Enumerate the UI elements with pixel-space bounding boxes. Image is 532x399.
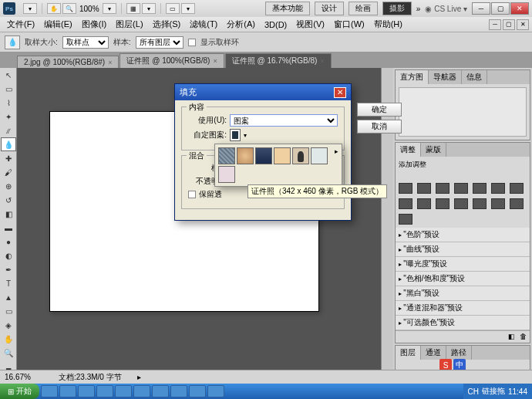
panel-tab-info[interactable]: 信息	[462, 70, 487, 84]
mbtn-extras[interactable]: ▾	[142, 3, 156, 14]
pattern-swatch-button[interactable]	[230, 129, 241, 141]
zoom-tool[interactable]: 🔍	[1, 346, 16, 360]
panel-tab-histogram[interactable]: 直方图	[396, 70, 429, 84]
adj-trash-icon[interactable]: 🗑	[520, 333, 527, 341]
blur-tool[interactable]: ●	[1, 235, 16, 249]
panel-tab-masks[interactable]: 蒙版	[421, 143, 446, 157]
panel-tab-navigator[interactable]: 导航器	[429, 70, 462, 84]
pattern-thumb-2[interactable]	[255, 147, 272, 164]
move-tool[interactable]: ↖	[1, 68, 16, 82]
menu-window[interactable]: 窗口(W)	[330, 18, 369, 31]
adj-gradient-map-icon[interactable]	[510, 198, 524, 209]
start-button[interactable]: ⊞ 开始	[0, 384, 39, 399]
mbtn-arrange[interactable]: ▭	[166, 3, 180, 14]
adj-selective-icon[interactable]	[399, 214, 412, 225]
hand-tool[interactable]: ✋	[1, 332, 16, 346]
sample-layers-select[interactable]: 所有图层	[136, 36, 184, 49]
adj-levels-icon[interactable]	[417, 183, 431, 194]
close-icon[interactable]: ×	[108, 59, 112, 66]
mbtn-zoom[interactable]: 🔍	[62, 3, 76, 14]
menu-image[interactable]: 图像(I)	[78, 18, 110, 31]
dodge-tool[interactable]: ◐	[1, 249, 16, 262]
workspace-painting[interactable]: 绘画	[348, 2, 378, 15]
doc-tab-1[interactable]: 证件照 @ 100%(RGB/8)×	[120, 53, 224, 68]
close-icon[interactable]: ×	[320, 57, 324, 65]
adj-brightness-icon[interactable]	[399, 183, 412, 194]
workspace-design[interactable]: 设计	[315, 2, 344, 15]
ok-button[interactable]: 确定	[357, 103, 402, 117]
preset-curves[interactable]: "曲线"预设	[396, 242, 530, 257]
pattern-thumb-6[interactable]	[218, 166, 235, 183]
close-icon[interactable]: ×	[213, 57, 217, 65]
gradient-tool[interactable]: ▬	[1, 221, 16, 235]
tray-lang[interactable]: CH	[468, 387, 479, 396]
doc-restore-button[interactable]: ▢	[503, 19, 515, 30]
pen-tool[interactable]: ✒	[1, 262, 16, 276]
window-close-button[interactable]: ✕	[510, 2, 529, 15]
pattern-flyout-icon[interactable]: ▸	[335, 147, 338, 155]
show-ring-checkbox[interactable]	[188, 39, 196, 46]
taskbar-item[interactable]	[41, 385, 58, 397]
adj-balance-icon[interactable]	[510, 183, 524, 194]
menu-file[interactable]: 文件(F)	[3, 18, 39, 31]
preset-exposure[interactable]: "曝光度"预设	[396, 257, 530, 272]
adj-bw-icon[interactable]	[399, 198, 412, 209]
taskbar-item[interactable]	[207, 385, 224, 397]
chevron-down-icon[interactable]: ▾	[244, 132, 247, 139]
taskbar-item[interactable]	[133, 385, 150, 397]
menu-layer[interactable]: 图层(L)	[112, 18, 146, 31]
pattern-thumb-1[interactable]	[237, 147, 254, 164]
menu-analysis[interactable]: 分析(A)	[223, 18, 259, 31]
cancel-button[interactable]: 取消	[357, 120, 402, 134]
preset-levels[interactable]: "色阶"预设	[396, 228, 530, 242]
eyedropper-tool[interactable]: 💧	[1, 137, 16, 151]
taskbar-item[interactable]	[78, 385, 95, 397]
cslive-button[interactable]: ◉ CS Live ▾	[425, 5, 467, 13]
history-brush-tool[interactable]: ↺	[1, 193, 16, 207]
type-tool[interactable]: T	[1, 276, 16, 290]
panel-tab-layers[interactable]: 图层	[396, 346, 421, 360]
adj-posterize-icon[interactable]	[473, 198, 487, 209]
preset-bw[interactable]: "黑白"预设	[396, 286, 530, 301]
heal-tool[interactable]: ✚	[1, 151, 16, 165]
preset-mixer[interactable]: "通道混和器"预设	[396, 301, 530, 316]
mbtn-menu[interactable]: ▾	[23, 3, 37, 14]
window-maximize-button[interactable]: ▢	[491, 2, 510, 15]
doc-close-button[interactable]: ✕	[517, 19, 529, 30]
window-minimize-button[interactable]: ─	[472, 2, 490, 15]
adj-exposure-icon[interactable]	[454, 183, 468, 194]
mbtn-zoom-dd[interactable]: ▾	[103, 3, 116, 14]
menu-edit[interactable]: 编辑(E)	[40, 18, 76, 31]
menu-filter[interactable]: 滤镜(T)	[186, 18, 221, 31]
workspace-photography[interactable]: 摄影	[382, 2, 412, 15]
marquee-tool[interactable]: ▭	[1, 82, 16, 96]
taskbar-item[interactable]	[115, 385, 132, 397]
crop-tool[interactable]: ⫽	[1, 123, 16, 137]
use-select[interactable]: 图案	[230, 114, 338, 127]
pattern-thumb-0[interactable]	[218, 147, 235, 164]
dialog-close-button[interactable]: ✕	[334, 87, 346, 98]
panel-tab-adjustments[interactable]: 调整	[396, 143, 421, 157]
brush-tool[interactable]: 🖌	[1, 165, 16, 179]
path-select-tool[interactable]: ▲	[1, 290, 16, 304]
menu-help[interactable]: 帮助(H)	[370, 18, 406, 31]
preset-selective[interactable]: "可选颜色"预设	[396, 316, 530, 330]
workspace-essentials[interactable]: 基本功能	[265, 2, 310, 15]
adj-photo-filter-icon[interactable]	[417, 198, 431, 209]
tray-linkdrag[interactable]: 链接拖	[482, 386, 505, 397]
eraser-tool[interactable]: ◧	[1, 207, 16, 221]
preserve-checkbox[interactable]	[188, 191, 196, 198]
sample-size-select[interactable]: 取样点	[62, 36, 109, 49]
pattern-thumb-5[interactable]	[311, 147, 328, 164]
taskbar-item[interactable]	[152, 385, 169, 397]
preset-hue[interactable]: "色相/饱和度"预设	[396, 272, 530, 286]
panel-tab-paths[interactable]: 路径	[446, 346, 472, 360]
pattern-thumb-4[interactable]	[292, 147, 309, 164]
adj-vibrance-icon[interactable]	[473, 183, 487, 194]
3d-tool[interactable]: ◈	[1, 318, 16, 332]
doc-tab-2[interactable]: 证件照 @ 16.7%(RGB/8)×	[225, 53, 332, 68]
adj-hue-icon[interactable]	[491, 183, 505, 194]
adj-curves-icon[interactable]	[436, 183, 450, 194]
adj-mixer-icon[interactable]	[436, 198, 450, 209]
adj-clip-icon[interactable]: ◧	[508, 333, 515, 341]
